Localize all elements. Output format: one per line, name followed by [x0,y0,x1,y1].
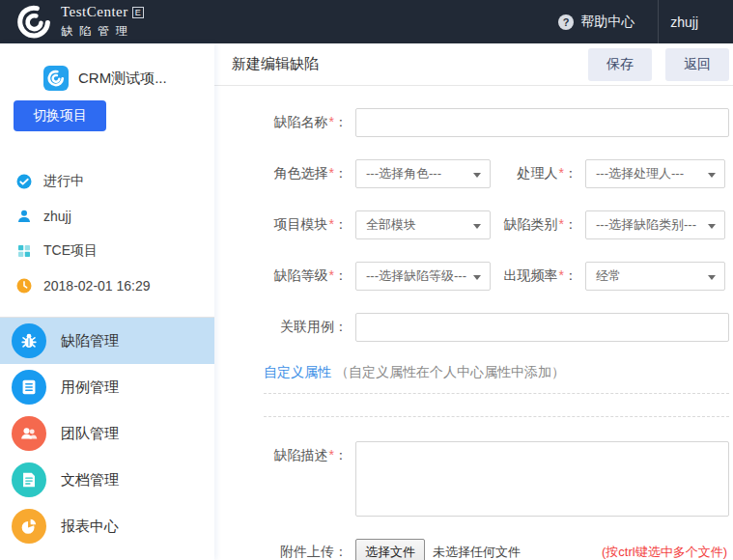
user-menu[interactable]: zhujj [659,14,733,30]
custom-attrs-row: 自定义属性 （自定义属性在个人中心属性中添加） [264,364,729,381]
dashed-divider-bottom [264,416,729,417]
bug-icon [12,323,46,358]
project-timestamp-label: 2018-02-01 16:29 [43,278,151,294]
project-status: 进行中 [0,164,214,199]
brand-subtitle: 缺陷管理 [61,23,144,40]
clock-icon [15,277,33,294]
severity-frequency-row: 缺陷等级*： ---选择缺陷等级--- 出现频率*： 经常 [230,262,729,291]
sidebar-item-report-center[interactable]: 报表中心 [0,503,214,549]
sidebar-item-label: 团队管理 [61,425,119,443]
related-case-input[interactable] [355,313,729,342]
handler-label: 处理人*： [491,165,578,182]
frequency-select-value: 经常 [596,267,621,285]
description-textarea[interactable] [355,441,729,517]
dropdown-arrow-icon [708,224,716,229]
project-timestamp: 2018-02-01 16:29 [0,268,214,303]
custom-attrs-hint: （自定义属性在个人中心属性中添加） [335,364,565,379]
app-window: TestCenter E 缺陷管理 ? 帮助中心 zhujj CR [0,0,733,560]
dropdown-arrow-icon [473,224,481,229]
category-select[interactable]: ---选择缺陷类别--- [585,210,725,239]
severity-select-value: ---选择缺陷等级--- [366,267,466,285]
project-logo-icon [43,66,69,91]
module-select[interactable]: 全部模块 [355,210,491,239]
user-icon [15,208,33,225]
attachment-label: 附件上传*： [230,544,348,560]
sidebar-item-document-management[interactable]: 文档管理 [0,457,214,503]
project-name: CRM测试项... [78,70,167,88]
page-title: 新建编辑缺陷 [232,55,319,73]
dashed-divider-top [264,393,729,394]
project-status-label: 进行中 [43,173,84,190]
project-owner: zhujj [0,199,214,234]
role-select-value: ---选择角色--- [366,165,441,182]
project-type: TCE项目 [0,234,214,268]
related-case-label: 关联用例*： [230,319,348,336]
swirl-logo-icon [16,4,52,40]
severity-label: 缺陷等级*： [230,267,348,285]
status-check-icon [15,173,33,190]
role-handler-row: 角色选择*： ---选择角色--- 处理人*： ---选择处理人--- [230,159,729,188]
handler-select[interactable]: ---选择处理人--- [585,159,725,188]
document-icon [12,462,46,497]
attachment-row: 附件上传*： 选择文件 未选择任何文件 (按ctrl键选中多个文件) [230,539,729,560]
sidebar-item-testcase-management[interactable]: 用例管理 [0,364,214,410]
description-label: 缺陷描述*： [230,441,348,464]
defect-name-row: 缺陷名称*： [230,108,729,137]
project-owner-label: zhujj [43,209,71,224]
custom-attrs-link[interactable]: 自定义属性 [264,364,331,379]
top-header: TestCenter E 缺陷管理 ? 帮助中心 zhujj [0,0,733,43]
file-status-text: 未选择任何文件 [433,544,521,560]
defect-name-input[interactable] [355,108,729,137]
frequency-select[interactable]: 经常 [585,262,725,291]
sidebar-item-label: 用例管理 [61,378,119,397]
choose-file-button[interactable]: 选择文件 [355,539,425,560]
dropdown-arrow-icon [708,173,716,178]
defect-form: 缺陷名称*： 角色选择*： ---选择角色--- 处理人*： ---选择处理人-… [214,86,733,560]
defect-name-label: 缺陷名称*： [230,114,348,131]
save-button[interactable]: 保存 [588,48,652,81]
attachment-note: (按ctrl键选中多个文件) [602,544,727,560]
help-center-label: 帮助中心 [580,14,634,31]
main-content: 新建编辑缺陷 保存 返回 缺陷名称*： 角色选择*： ---选择角色--- [214,43,733,560]
brand-name: TestCenter [61,4,128,20]
dropdown-arrow-icon [473,275,481,280]
question-mark-icon: ? [558,14,574,30]
sidebar-item-team-management[interactable]: 团队管理 [0,410,214,457]
sidebar-item-label: 文档管理 [61,471,119,490]
role-label: 角色选择*： [230,165,348,182]
sidebar-item-defect-management[interactable]: 缺陷管理 [0,318,214,364]
sidebar-menu: 缺陷管理 用例管理 [0,318,214,549]
brand-logo: TestCenter E 缺陷管理 [0,4,144,40]
team-icon [12,416,46,451]
module-select-value: 全部模块 [366,216,416,234]
dropdown-arrow-icon [708,275,716,280]
module-category-row: 项目模块*： 全部模块 缺陷类别*： ---选择缺陷类别--- [230,210,729,239]
content-header: 新建编辑缺陷 保存 返回 [214,43,733,86]
brand-edition-badge: E [132,7,145,18]
current-project: CRM测试项... [43,66,214,91]
modules-grid-icon [15,242,33,260]
back-button[interactable]: 返回 [665,48,729,81]
description-row: 缺陷描述*： [230,441,729,517]
project-type-label: TCE项目 [43,242,98,260]
handler-select-value: ---选择处理人--- [596,165,684,182]
role-select[interactable]: ---选择角色--- [355,159,491,188]
project-info-list: 进行中 zhujj TCE项目 [0,164,214,303]
related-case-row: 关联用例*： [230,313,729,342]
severity-select[interactable]: ---选择缺陷等级--- [355,262,491,291]
help-center-button[interactable]: ? 帮助中心 [558,14,658,31]
switch-project-button[interactable]: 切换项目 [14,100,106,131]
report-pie-icon [12,509,46,544]
testcase-icon [12,370,46,405]
sidebar-item-label: 报表中心 [61,518,119,536]
category-select-value: ---选择缺陷类别--- [596,216,696,234]
category-label: 缺陷类别*： [491,216,578,234]
sidebar: CRM测试项... 切换项目 进行中 zhujj [0,43,214,560]
frequency-label: 出现频率*： [491,267,578,285]
dropdown-arrow-icon [473,173,481,178]
sidebar-item-label: 缺陷管理 [61,332,119,350]
module-label: 项目模块*： [230,216,348,234]
